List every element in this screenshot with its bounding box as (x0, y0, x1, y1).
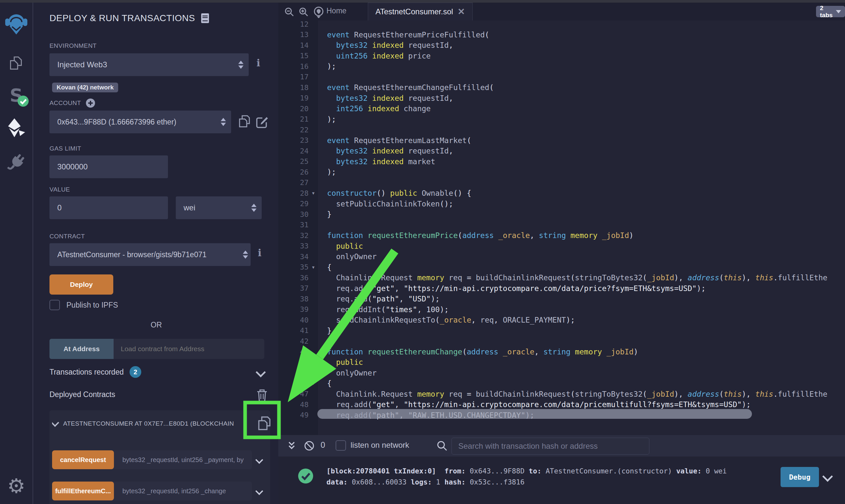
home-icon[interactable] (313, 6, 326, 19)
code-line: 43 function requestEthereumChange(addres… (278, 347, 845, 357)
code-line: 22 (278, 125, 845, 135)
close-tab-icon[interactable]: ✕ (458, 7, 465, 16)
environment-value: Injected Web3 (57, 60, 107, 69)
fold-chevron-icon[interactable]: ▾ (309, 264, 318, 270)
copy-account-icon[interactable] (238, 114, 251, 129)
fold-chevron-icon[interactable]: ▾ (309, 190, 318, 196)
contract-select[interactable]: ATestnetConsumer - browser/gists/9b71e07… (50, 243, 251, 266)
line-number: 29 (278, 200, 309, 208)
line-number: 34 (278, 253, 309, 261)
code-line: 38 req.add("path", "USD"); (278, 294, 845, 304)
code-line: 29 setPublicChainlinkToken(); (278, 199, 845, 210)
environment-info-icon[interactable]: i (257, 57, 260, 69)
contract-info-icon[interactable]: i (258, 247, 261, 258)
log-expand-chevron-icon[interactable] (822, 471, 833, 482)
code-line: 19 bytes32 indexed requestId, (278, 93, 845, 104)
tabs-count-dropdown[interactable]: 2 tabs (816, 6, 845, 17)
file-explorer-icon[interactable] (0, 55, 33, 74)
copy-contract-address-icon[interactable] (257, 416, 272, 432)
line-number: 19 (278, 94, 309, 102)
code-line: 31 (278, 220, 845, 231)
transactions-recorded-label: Transactions recorded (50, 368, 124, 377)
code-line: 46▾ { (278, 378, 845, 389)
listen-network-checkbox[interactable] (335, 440, 346, 451)
environment-select[interactable]: Injected Web3 (50, 53, 249, 76)
value-input[interactable] (50, 196, 168, 219)
function-expand-chevron-icon[interactable] (255, 487, 263, 495)
deploy-button[interactable]: Deploy (50, 274, 113, 294)
clear-console-icon[interactable] (304, 440, 315, 451)
contract-collapse-chevron-icon[interactable] (52, 418, 59, 427)
chevron-down-icon (836, 10, 841, 13)
line-number: 32 (278, 232, 309, 240)
code-line: 17 (278, 72, 845, 83)
sign-message-icon[interactable] (255, 115, 269, 129)
code-line: 20 int256 indexed change (278, 103, 845, 114)
line-number: 49 (278, 411, 309, 419)
icon-rail: S ⚙ (0, 3, 33, 504)
select-caret-icon (221, 118, 226, 126)
function-params-input[interactable]: bytes32 _requestId, uint256 _payment, by (111, 450, 252, 469)
code-line: 23 event RequestEthereumLastMarket( (278, 135, 845, 146)
network-badge: Kovan (42) network (52, 83, 118, 92)
function-button-cancelrequest[interactable]: cancelRequest (52, 450, 114, 469)
tabs-count-label: 2 tabs (820, 4, 833, 19)
tx-success-icon (298, 468, 313, 484)
zoom-in-icon[interactable] (298, 7, 309, 17)
settings-gear-icon[interactable]: ⚙ (0, 475, 33, 498)
function-row: fulfillEthereumC...bytes32 _requestId, i… (52, 482, 267, 500)
function-params-input[interactable]: bytes32 _requestId, int256 _change (111, 482, 252, 500)
function-button-fulfillethereumc[interactable]: fulfillEthereumC... (52, 482, 114, 500)
line-number: 17 (278, 73, 309, 81)
at-address-input[interactable] (114, 339, 264, 359)
publish-ipfs-checkbox[interactable] (50, 300, 60, 310)
clear-deployed-trash-icon[interactable] (256, 388, 268, 402)
line-number: 27 (278, 179, 309, 187)
transactions-expand-chevron-icon[interactable] (256, 367, 265, 377)
compile-success-badge (17, 95, 29, 107)
code-line: 16 ); (278, 61, 845, 72)
add-account-icon[interactable] (86, 98, 96, 108)
plugin-manager-icon[interactable] (0, 152, 33, 173)
code-line: 30 } (278, 209, 845, 220)
line-number: 47 (278, 390, 309, 398)
gas-limit-input[interactable] (50, 156, 168, 178)
function-expand-chevron-icon[interactable] (255, 456, 263, 464)
line-number: 40 (278, 316, 309, 324)
deploy-run-icon[interactable] (0, 116, 33, 139)
or-separator: OR (33, 321, 278, 329)
listen-network-label: listen on network (350, 440, 409, 450)
account-select[interactable]: 0x643...9F88D (1.666673996 ether) (50, 111, 231, 133)
zoom-out-icon[interactable] (284, 7, 295, 17)
terminal-search-input[interactable] (451, 438, 649, 454)
line-number: 21 (278, 115, 309, 123)
editor-terminal-area: Home ATestnetConsumer.sol ✕ 2 tabs 1213 … (278, 3, 845, 504)
line-number: 35 (278, 263, 309, 271)
fold-chevron-icon[interactable]: ▾ (309, 380, 318, 386)
solidity-compiler-icon[interactable]: S (0, 84, 33, 107)
line-number: 46 (278, 379, 309, 388)
log-line-1[interactable]: [block:20780401 txIndex:0] from: 0x643..… (326, 467, 731, 475)
debug-button[interactable]: Debug (780, 467, 819, 487)
code-line: 26 ); (278, 167, 845, 178)
at-address-button[interactable]: At Address (50, 339, 114, 359)
value-unit-select[interactable]: wei (176, 196, 262, 219)
line-number: 18 (278, 84, 309, 92)
tab-active-file[interactable]: ATestnetConsumer.sol ✕ (368, 3, 472, 20)
remix-logo[interactable] (0, 9, 33, 38)
line-number: 22 (278, 126, 309, 134)
editor-horizontal-scrollbar[interactable] (317, 409, 752, 419)
line-number: 37 (278, 284, 309, 292)
docs-icon[interactable] (201, 13, 209, 23)
line-number: 14 (278, 41, 309, 50)
line-number: 33 (278, 242, 309, 250)
value-label: VALUE (50, 186, 70, 193)
deployed-contracts-label: Deployed Contracts (50, 390, 115, 399)
line-number: 31 (278, 221, 309, 229)
terminal-expand-icon[interactable] (286, 440, 297, 451)
line-number: 45 (278, 369, 309, 377)
code-line: 14 bytes32 indexed requestId, (278, 40, 845, 51)
tab-home[interactable]: Home (326, 6, 346, 15)
select-caret-icon (243, 251, 248, 259)
terminal-header: 0 listen on network (278, 435, 845, 456)
